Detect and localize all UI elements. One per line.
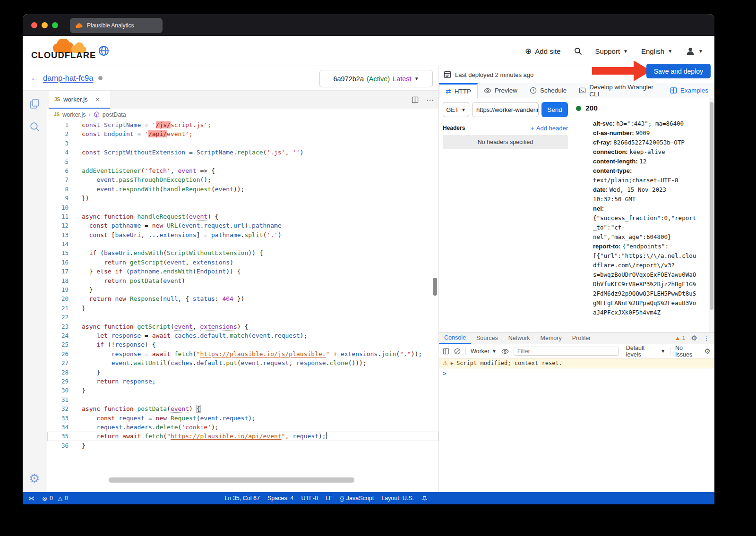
- tab-sources[interactable]: Sources: [471, 332, 503, 344]
- eye-icon[interactable]: [501, 348, 509, 355]
- close-window-button[interactable]: [31, 22, 37, 28]
- kebab-menu-icon[interactable]: ⋮: [703, 334, 710, 342]
- console-prompt[interactable]: >: [439, 368, 714, 378]
- http-swap-icon: ⇄: [446, 87, 451, 95]
- chevron-down-icon: ▼: [461, 107, 466, 112]
- more-actions-icon[interactable]: ⋯: [426, 95, 434, 104]
- account-menu[interactable]: ▼: [686, 46, 703, 56]
- send-button[interactable]: Send: [541, 102, 568, 117]
- support-menu[interactable]: Support▼: [595, 47, 628, 55]
- language-mode[interactable]: {} JavaScript: [340, 495, 374, 502]
- code-lines[interactable]: 1const ScriptName = '/js/script.js';2con…: [47, 120, 438, 451]
- javascript-file-icon: JS: [54, 112, 60, 117]
- tab-worker-js[interactable]: JS worker.js ×: [49, 91, 110, 109]
- method-select[interactable]: GET▼: [443, 102, 469, 117]
- issues-gear-icon[interactable]: ⚙: [704, 347, 711, 356]
- console-warning-row[interactable]: ⚠ ▶ Script modified; context reset.: [439, 358, 714, 368]
- tab-examples[interactable]: Examples: [664, 83, 714, 98]
- tab-network[interactable]: Network: [503, 332, 535, 344]
- status-bar: ⊗ 0 △ 0 Ln 35, Col 67 Spaces: 4 UTF-8 LF…: [23, 492, 714, 504]
- red-arrow-annotation: [592, 60, 652, 81]
- no-issues-label[interactable]: No Issues: [675, 345, 700, 358]
- remote-indicator-icon[interactable]: [28, 495, 34, 502]
- version-selector[interactable]: 6a972b2a (Active) Latest ▼: [319, 70, 433, 87]
- tab-schedule[interactable]: Schedule: [524, 83, 573, 98]
- add-site-button[interactable]: ⊕ Add site: [525, 46, 560, 56]
- breadcrumb-symbol[interactable]: postData: [103, 111, 126, 118]
- breadcrumb-file[interactable]: worker.js: [62, 111, 86, 118]
- tab-console[interactable]: Console: [439, 332, 471, 344]
- context-select[interactable]: Worker▼: [471, 348, 497, 355]
- minimize-window-button[interactable]: [42, 22, 48, 28]
- language-menu[interactable]: English▼: [641, 47, 672, 55]
- split-editor-icon[interactable]: [412, 96, 419, 103]
- javascript-file-icon: JS: [54, 97, 60, 102]
- main-area: ← damp-hat-fc9a 6a972b2a (Active) Latest…: [23, 66, 714, 492]
- deploy-bar: Last deployed 2 minutes ago Save and dep…: [439, 66, 714, 83]
- horizontal-scrollbar-thumb[interactable]: [109, 477, 354, 483]
- request-url-input[interactable]: https://worker-wanderin: [472, 102, 539, 117]
- chevron-down-icon: ▼: [661, 349, 665, 354]
- terminal-icon: [579, 87, 586, 94]
- header-search-button[interactable]: [574, 47, 582, 55]
- console-sidebar-icon[interactable]: [443, 348, 449, 355]
- user-icon: [686, 46, 695, 56]
- tab-http[interactable]: ⇄ HTTP: [439, 83, 478, 98]
- editor-breadcrumbs: JS worker.js › postData: [47, 109, 438, 120]
- bell-icon[interactable]: [421, 495, 428, 502]
- tab-profiler[interactable]: Profiler: [567, 332, 596, 344]
- chevron-down-icon: ▼: [698, 49, 703, 54]
- editor-tab-actions: ⋯: [412, 91, 434, 109]
- vertical-scrollbar-thumb[interactable]: [433, 278, 437, 296]
- explorer-icon[interactable]: [29, 98, 41, 110]
- gear-icon[interactable]: ⚙: [29, 472, 40, 485]
- search-icon: [574, 47, 582, 55]
- indentation-setting[interactable]: Spaces: 4: [267, 495, 294, 502]
- browser-tab[interactable]: Plausible Analytics: [70, 18, 163, 33]
- back-arrow-icon[interactable]: ←: [30, 73, 39, 83]
- devtools-console: Console Sources Network Memory Profiler …: [439, 332, 714, 492]
- problems-indicator[interactable]: ⊗ 0 △ 0: [42, 495, 68, 502]
- close-icon[interactable]: ×: [96, 96, 100, 103]
- plus-icon: +: [531, 125, 534, 132]
- chevron-down-icon: ▼: [623, 49, 628, 54]
- eye-icon: [484, 87, 491, 94]
- status-ok-dot: [576, 106, 581, 111]
- default-levels-select[interactable]: Default levels▼: [626, 345, 665, 358]
- response-pane: 200 alt-svc: h3=":443"; ma=86400cf-as-nu…: [572, 98, 714, 332]
- warning-count-badge[interactable]: ▲ 1: [675, 335, 686, 341]
- prompt-chevron-icon: >: [443, 370, 447, 377]
- gear-icon[interactable]: ⚙: [691, 334, 697, 342]
- request-pane: GET▼ https://worker-wanderin Send Header…: [439, 98, 572, 332]
- globe-icon[interactable]: [98, 45, 109, 56]
- cursor-position[interactable]: Ln 35, Col 67: [225, 495, 260, 502]
- titlebar: Plausible Analytics: [23, 14, 714, 36]
- search-icon[interactable]: [29, 121, 41, 133]
- braces-icon: {}: [340, 495, 344, 502]
- worker-name-link[interactable]: damp-hat-fc9a: [43, 74, 93, 83]
- disclosure-triangle-icon[interactable]: ▶: [451, 361, 454, 366]
- keyboard-layout[interactable]: Layout: U.S.: [381, 495, 414, 502]
- tab-wrangler-cli[interactable]: Develop with Wrangler CLI: [573, 83, 663, 98]
- add-header-button[interactable]: + Add header: [531, 125, 568, 132]
- activity-bar: ⚙: [23, 91, 47, 492]
- app-window: Plausible Analytics CLOUDFLARE ⊕ Add sit…: [23, 14, 714, 504]
- error-icon: ⊗: [42, 495, 47, 502]
- chevron-down-icon: ▼: [668, 49, 672, 54]
- book-icon: [670, 87, 677, 94]
- response-scrollbar[interactable]: [709, 98, 714, 332]
- save-and-deploy-button[interactable]: Save and deploy: [646, 64, 711, 78]
- eol-setting[interactable]: LF: [326, 495, 333, 502]
- tab-memory[interactable]: Memory: [535, 332, 567, 344]
- plus-circle-icon: ⊕: [525, 46, 532, 56]
- clear-console-icon[interactable]: [454, 348, 461, 355]
- preview-column: Last deployed 2 minutes ago Save and dep…: [438, 66, 714, 492]
- zoom-window-button[interactable]: [52, 22, 58, 28]
- warning-icon: △: [58, 495, 62, 502]
- console-filter-input[interactable]: Filter: [514, 347, 619, 356]
- cloudflare-wordmark: CLOUDFLARE: [31, 50, 96, 60]
- tab-preview[interactable]: Preview: [478, 83, 524, 98]
- console-toolbar: Worker▼ Filter Default levels▼ No Issues…: [439, 344, 714, 358]
- encoding-setting[interactable]: UTF-8: [301, 495, 318, 502]
- chevron-down-icon: ▼: [492, 349, 497, 354]
